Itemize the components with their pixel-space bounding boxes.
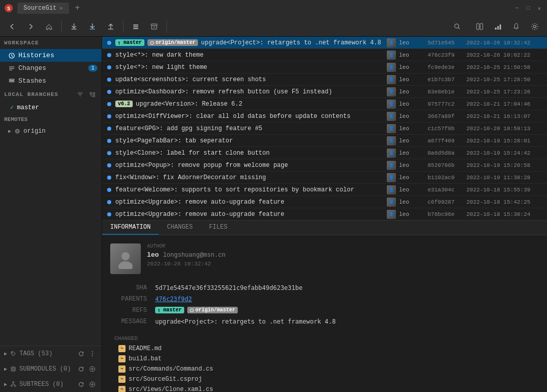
avatar: 👤 [387, 63, 396, 72]
commit-date: 2022-10-20 18:59:13 [466, 126, 543, 132]
tags-refresh-btn[interactable] [76, 349, 86, 359]
svg-point-16 [90, 92, 92, 94]
svg-rect-24 [11, 367, 15, 371]
forward-btn[interactable] [22, 18, 39, 35]
commit-message: style<*>: new dark theme [115, 52, 384, 59]
new-tab-btn[interactable]: + [73, 4, 82, 13]
table-row[interactable]: feature<GPG>: add gpg signing feature #5… [102, 122, 547, 135]
main-tab[interactable]: SourceGit ✕ [17, 3, 69, 14]
svg-rect-14 [9, 79, 14, 80]
author-info: AUTHOR leo longshuang@msn.cn 2022-10-26 … [147, 243, 226, 267]
avatar: 👤 [387, 149, 396, 158]
table-row[interactable]: optimize<Popup>: remove popup from welco… [102, 159, 547, 172]
table-row[interactable]: update<screenshots>: current screen shot… [102, 74, 547, 86]
table-row[interactable]: master origin/master upgrade<Project>: r… [102, 37, 547, 49]
avatar: 👤 [387, 112, 396, 121]
table-row[interactable]: style<*>: new dark theme 👤 leo 476c23f9 … [102, 49, 547, 61]
tags-menu-btn[interactable] [87, 349, 97, 359]
layout-btn[interactable] [471, 18, 488, 35]
commit-date: 2022-10-19 15:28:01 [466, 138, 543, 144]
file-status-badge: ~ [118, 355, 126, 362]
tags-item[interactable]: ▶ TAGS (53) [0, 346, 102, 361]
table-row[interactable]: optimize<DiffViewer>: clear all old data… [102, 110, 547, 122]
commit-dot [107, 188, 111, 192]
changed-file-commandcs[interactable]: ~ src/Commands/Command.cs [110, 364, 539, 374]
table-row[interactable]: fix<Window>: fix AdornerDecorator missin… [102, 172, 547, 184]
commit-date: 2022-10-25 21:50:58 [466, 64, 543, 70]
notif-btn[interactable] [508, 18, 525, 35]
tab-files[interactable]: FILES [201, 220, 236, 235]
tags-expand-icon: ▶ [4, 351, 7, 357]
table-row[interactable]: style<*>: new light theme 👤 leo fc9ede3e… [102, 61, 547, 74]
toolbar-sep-2 [123, 20, 123, 33]
commit-date: 2022-10-26 10:32:42 [466, 40, 543, 46]
commit-hash: c6f99287 [428, 199, 463, 205]
remote-origin[interactable]: ▶ origin [0, 126, 102, 137]
commit-date: 2022-10-18 15:55:39 [466, 187, 543, 193]
subtrees-add-btn[interactable] [87, 379, 97, 389]
close-window-btn[interactable]: ✕ [536, 5, 543, 12]
maximize-btn[interactable]: □ [525, 5, 532, 12]
settings-btn[interactable] [527, 18, 543, 35]
tab-information[interactable]: INFORMATION [102, 220, 159, 235]
table-row[interactable]: v6.2 upgrade<Version>: Release 6.2 👤 leo… [102, 98, 547, 110]
detail-content: AUTHOR leo longshuang@msn.cn 2022-10-26 … [102, 235, 547, 392]
commit-date: 2022-10-25 17:23:26 [466, 89, 543, 95]
table-row[interactable]: optimize<Upgrade>: remove auto-upgrade f… [102, 208, 547, 220]
branch-master[interactable]: ✓ master [0, 102, 102, 113]
table-row[interactable]: style<Clone>: label for start clone butt… [102, 147, 547, 159]
sidebar-item-histories[interactable]: Histories [0, 49, 102, 62]
sidebar-item-stashes[interactable]: Stashes [0, 75, 102, 87]
histories-label: Histories [18, 52, 54, 59]
remote-branch-badge: origin/master [147, 39, 198, 46]
table-row[interactable]: feature<Welcome>: supports to sort repos… [102, 184, 547, 196]
subtrees-refresh-btn[interactable] [76, 379, 86, 389]
remote-origin-label: origin [23, 128, 45, 135]
local-branch-badge: master [115, 39, 144, 46]
commit-date: 2022-10-18 15:42:25 [466, 199, 543, 205]
svg-rect-10 [498, 26, 499, 30]
search-btn[interactable] [449, 19, 465, 34]
stats-btn[interactable] [490, 18, 506, 35]
branch-add-btn[interactable] [87, 89, 97, 100]
commit-date: 2022-10-19 15:20:58 [466, 162, 543, 168]
parents-link[interactable]: 476c23f9d2 [155, 296, 192, 303]
tags-icon [10, 351, 16, 357]
push-btn[interactable] [103, 18, 119, 35]
commit-message: update<screenshots>: current screen shot… [115, 76, 384, 83]
home-btn[interactable] [41, 18, 57, 35]
tab-close-btn[interactable]: ✕ [60, 5, 63, 11]
submodules-add-btn[interactable] [87, 364, 97, 374]
commit-list: master origin/master upgrade<Project>: r… [102, 37, 547, 220]
stash-btn[interactable] [128, 18, 144, 35]
submodules-item[interactable]: ▶ SUBMODULES (0) [0, 361, 102, 377]
app-icon: S [4, 4, 13, 13]
submodules-refresh-btn[interactable] [76, 364, 86, 374]
commit-dot [107, 53, 111, 57]
archive-btn[interactable] [146, 18, 162, 35]
changed-file-readme[interactable]: ~ README.md [110, 344, 539, 354]
commit-hash: e31a304c [428, 187, 463, 193]
changed-file-csproj[interactable]: ~ src/SourceGit.csproj [110, 374, 539, 384]
submodules-icon [10, 366, 16, 372]
ref-origin-master-badge: origin/master [187, 307, 238, 313]
branch-filter-btn[interactable] [75, 89, 85, 100]
subtrees-item[interactable]: ▶ SUBTREES (0) [0, 377, 102, 392]
pull-btn[interactable] [84, 18, 101, 35]
table-row[interactable]: optimize<Dashboard>: remove refresh butt… [102, 86, 547, 98]
back-btn[interactable] [4, 18, 20, 35]
table-row[interactable]: style<PageTabBar>: tab seperator 👤 leo a… [102, 135, 547, 147]
commit-dot [107, 127, 111, 131]
parents-value: 476c23f9d2 [151, 293, 539, 305]
changed-file-clonexaml[interactable]: ~ src/Views/Clone.xaml.cs [110, 384, 539, 392]
remotes-header: REMOTES [0, 113, 102, 126]
sidebar-item-changes[interactable]: Changes 1 [0, 62, 102, 75]
author-section: AUTHOR leo longshuang@msn.cn 2022-10-26 … [110, 243, 539, 274]
svg-point-18 [93, 95, 95, 97]
changed-file-buildbat[interactable]: ~ build.bat [110, 354, 539, 364]
tab-changes[interactable]: CHANGES [159, 220, 201, 235]
submodules-label: SUBMODULES (0) [19, 365, 71, 373]
minimize-btn[interactable]: ─ [513, 5, 520, 12]
fetch-btn[interactable] [66, 18, 82, 35]
table-row[interactable]: optimize<Upgrade>: remove auto-upgrade f… [102, 196, 547, 208]
